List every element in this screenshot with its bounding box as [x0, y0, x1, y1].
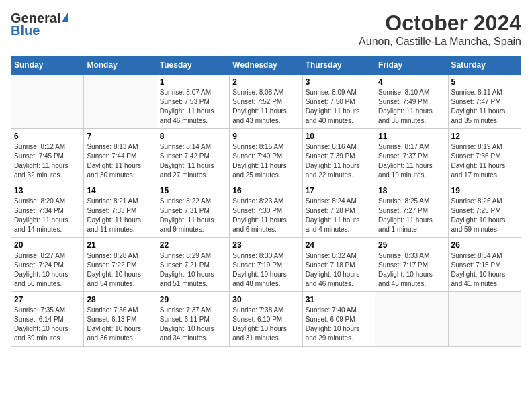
day-number: 24 — [306, 240, 372, 250]
day-number: 19 — [451, 186, 518, 195]
calendar-cell: 17Sunrise: 8:24 AM Sunset: 7:28 PM Dayli… — [302, 183, 375, 238]
weekday-header-friday: Friday — [375, 56, 448, 75]
calendar-cell — [11, 75, 84, 129]
calendar-week-4: 27Sunrise: 7:35 AM Sunset: 6:14 PM Dayli… — [11, 292, 521, 347]
day-info: Sunrise: 8:19 AM Sunset: 7:36 PM Dayligh… — [451, 142, 518, 180]
weekday-header-tuesday: Tuesday — [157, 56, 229, 75]
day-number: 10 — [306, 132, 372, 141]
day-info: Sunrise: 8:28 AM Sunset: 7:22 PM Dayligh… — [87, 251, 153, 289]
calendar-cell — [84, 75, 157, 129]
calendar-cell: 2Sunrise: 8:08 AM Sunset: 7:52 PM Daylig… — [230, 75, 302, 129]
day-info: Sunrise: 8:12 AM Sunset: 7:45 PM Dayligh… — [14, 142, 81, 180]
day-info: Sunrise: 8:30 AM Sunset: 7:19 PM Dayligh… — [232, 251, 299, 289]
calendar-cell: 13Sunrise: 8:20 AM Sunset: 7:34 PM Dayli… — [11, 183, 84, 238]
calendar-cell: 20Sunrise: 8:27 AM Sunset: 7:24 PM Dayli… — [11, 238, 84, 292]
day-number: 29 — [160, 295, 226, 304]
calendar-cell: 8Sunrise: 8:14 AM Sunset: 7:42 PM Daylig… — [157, 129, 229, 183]
day-number: 31 — [306, 295, 372, 304]
day-info: Sunrise: 7:37 AM Sunset: 6:11 PM Dayligh… — [160, 306, 226, 343]
day-number: 20 — [14, 240, 81, 250]
calendar-cell: 14Sunrise: 8:21 AM Sunset: 7:33 PM Dayli… — [84, 183, 157, 238]
calendar-cell: 22Sunrise: 8:29 AM Sunset: 7:21 PM Dayli… — [157, 238, 229, 292]
calendar-cell: 27Sunrise: 7:35 AM Sunset: 6:14 PM Dayli… — [11, 292, 84, 347]
calendar-cell: 16Sunrise: 8:23 AM Sunset: 7:30 PM Dayli… — [230, 183, 302, 238]
day-info: Sunrise: 8:23 AM Sunset: 7:30 PM Dayligh… — [232, 197, 299, 234]
day-number: 23 — [232, 240, 299, 250]
day-number: 17 — [306, 186, 372, 195]
day-number: 26 — [451, 240, 518, 250]
day-info: Sunrise: 8:20 AM Sunset: 7:34 PM Dayligh… — [14, 197, 81, 234]
calendar-cell — [448, 292, 521, 347]
day-info: Sunrise: 8:24 AM Sunset: 7:28 PM Dayligh… — [306, 197, 372, 234]
calendar-cell: 21Sunrise: 8:28 AM Sunset: 7:22 PM Dayli… — [84, 238, 157, 292]
day-number: 8 — [160, 132, 226, 141]
day-number: 14 — [87, 186, 153, 195]
logo-blue-text: Blue — [11, 23, 68, 38]
day-info: Sunrise: 8:22 AM Sunset: 7:31 PM Dayligh… — [160, 197, 226, 234]
calendar-cell: 23Sunrise: 8:30 AM Sunset: 7:19 PM Dayli… — [230, 238, 302, 292]
calendar-cell: 25Sunrise: 8:33 AM Sunset: 7:17 PM Dayli… — [375, 238, 448, 292]
day-info: Sunrise: 8:09 AM Sunset: 7:50 PM Dayligh… — [306, 88, 372, 126]
weekday-header-monday: Monday — [84, 56, 157, 75]
calendar-cell: 11Sunrise: 8:17 AM Sunset: 7:37 PM Dayli… — [375, 129, 448, 183]
weekday-header-thursday: Thursday — [302, 56, 375, 75]
calendar-cell — [375, 292, 448, 347]
day-info: Sunrise: 8:32 AM Sunset: 7:18 PM Dayligh… — [306, 251, 372, 289]
day-info: Sunrise: 8:17 AM Sunset: 7:37 PM Dayligh… — [378, 142, 445, 180]
calendar-cell: 12Sunrise: 8:19 AM Sunset: 7:36 PM Dayli… — [448, 129, 521, 183]
day-info: Sunrise: 8:27 AM Sunset: 7:24 PM Dayligh… — [14, 251, 81, 289]
calendar-week-1: 6Sunrise: 8:12 AM Sunset: 7:45 PM Daylig… — [11, 129, 521, 183]
calendar-cell: 10Sunrise: 8:16 AM Sunset: 7:39 PM Dayli… — [302, 129, 375, 183]
day-number: 1 — [160, 77, 226, 87]
weekday-header-sunday: Sunday — [11, 56, 84, 75]
day-number: 11 — [378, 132, 445, 141]
day-info: Sunrise: 8:34 AM Sunset: 7:15 PM Dayligh… — [451, 251, 518, 289]
day-info: Sunrise: 7:35 AM Sunset: 6:14 PM Dayligh… — [14, 306, 81, 343]
location-title: Aunon, Castille-La Mancha, Spain — [359, 36, 521, 48]
day-number: 13 — [14, 186, 81, 195]
day-number: 6 — [14, 132, 81, 141]
day-number: 16 — [232, 186, 299, 195]
day-number: 9 — [232, 132, 299, 141]
day-info: Sunrise: 7:36 AM Sunset: 6:13 PM Dayligh… — [87, 306, 153, 343]
calendar-cell: 18Sunrise: 8:25 AM Sunset: 7:27 PM Dayli… — [375, 183, 448, 238]
day-info: Sunrise: 8:29 AM Sunset: 7:21 PM Dayligh… — [160, 251, 226, 289]
calendar-cell: 30Sunrise: 7:38 AM Sunset: 6:10 PM Dayli… — [230, 292, 302, 347]
calendar-cell: 29Sunrise: 7:37 AM Sunset: 6:11 PM Dayli… — [157, 292, 229, 347]
day-number: 18 — [378, 186, 445, 195]
day-info: Sunrise: 8:33 AM Sunset: 7:17 PM Dayligh… — [378, 251, 445, 289]
day-number: 4 — [378, 77, 445, 87]
day-info: Sunrise: 8:07 AM Sunset: 7:53 PM Dayligh… — [160, 88, 226, 126]
calendar-cell: 31Sunrise: 7:40 AM Sunset: 6:09 PM Dayli… — [302, 292, 375, 347]
calendar-week-3: 20Sunrise: 8:27 AM Sunset: 7:24 PM Dayli… — [11, 238, 521, 292]
calendar-cell: 28Sunrise: 7:36 AM Sunset: 6:13 PM Dayli… — [84, 292, 157, 347]
day-info: Sunrise: 8:16 AM Sunset: 7:39 PM Dayligh… — [306, 142, 372, 180]
day-info: Sunrise: 8:13 AM Sunset: 7:44 PM Dayligh… — [87, 142, 153, 180]
calendar-cell: 26Sunrise: 8:34 AM Sunset: 7:15 PM Dayli… — [448, 238, 521, 292]
day-number: 7 — [87, 132, 153, 141]
calendar-cell: 15Sunrise: 8:22 AM Sunset: 7:31 PM Dayli… — [157, 183, 229, 238]
day-info: Sunrise: 8:14 AM Sunset: 7:42 PM Dayligh… — [160, 142, 226, 180]
calendar-table: SundayMondayTuesdayWednesdayThursdayFrid… — [11, 56, 521, 347]
weekday-header-wednesday: Wednesday — [230, 56, 302, 75]
day-info: Sunrise: 8:25 AM Sunset: 7:27 PM Dayligh… — [378, 197, 445, 234]
day-number: 5 — [451, 77, 518, 87]
day-number: 12 — [451, 132, 518, 141]
calendar-cell: 1Sunrise: 8:07 AM Sunset: 7:53 PM Daylig… — [157, 75, 229, 129]
calendar-cell: 19Sunrise: 8:26 AM Sunset: 7:25 PM Dayli… — [448, 183, 521, 238]
day-info: Sunrise: 8:15 AM Sunset: 7:40 PM Dayligh… — [232, 142, 299, 180]
calendar-cell: 9Sunrise: 8:15 AM Sunset: 7:40 PM Daylig… — [230, 129, 302, 183]
day-number: 2 — [232, 77, 299, 87]
day-info: Sunrise: 8:26 AM Sunset: 7:25 PM Dayligh… — [451, 197, 518, 234]
weekday-header-saturday: Saturday — [448, 56, 521, 75]
day-info: Sunrise: 8:08 AM Sunset: 7:52 PM Dayligh… — [232, 88, 299, 126]
calendar-cell: 5Sunrise: 8:11 AM Sunset: 7:47 PM Daylig… — [448, 75, 521, 129]
day-number: 15 — [160, 186, 226, 195]
logo-triangle-icon — [62, 13, 68, 22]
calendar-week-0: 1Sunrise: 8:07 AM Sunset: 7:53 PM Daylig… — [11, 75, 521, 129]
day-info: Sunrise: 8:11 AM Sunset: 7:47 PM Dayligh… — [451, 88, 518, 126]
day-info: Sunrise: 8:10 AM Sunset: 7:49 PM Dayligh… — [378, 88, 445, 126]
day-info: Sunrise: 8:21 AM Sunset: 7:33 PM Dayligh… — [87, 197, 153, 234]
calendar-cell: 4Sunrise: 8:10 AM Sunset: 7:49 PM Daylig… — [375, 75, 448, 129]
month-title: October 2024 — [359, 11, 521, 36]
